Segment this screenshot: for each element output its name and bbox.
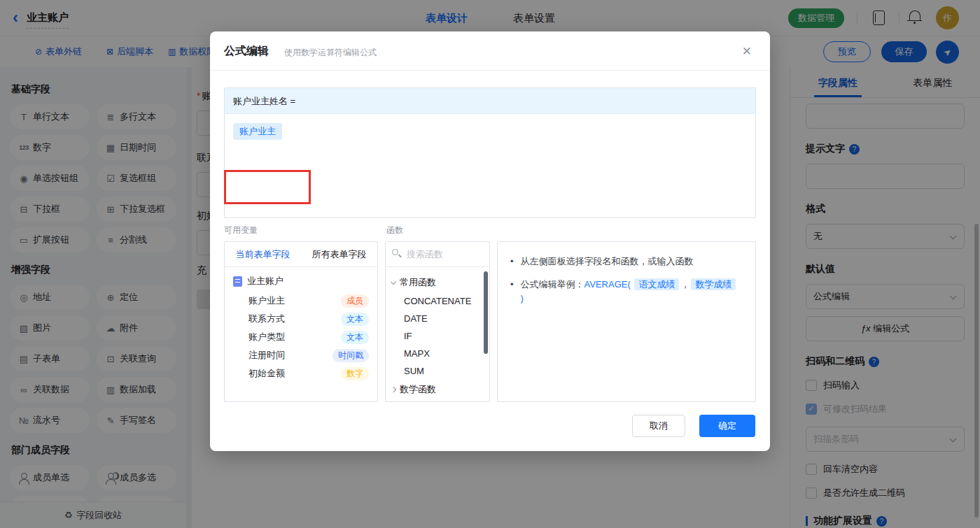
close-icon[interactable]: ✕	[742, 44, 752, 59]
variables-panel: 当前表单字段 所有表单字段 业主账户 账户业主成员 联系方式文本 账户类型文本 …	[224, 241, 378, 402]
function-item[interactable]: IF	[386, 327, 489, 345]
function-example: AVERAGE(	[584, 279, 631, 290]
example-field-chip: 数学成绩	[691, 278, 736, 290]
help-panel: •从左侧面板选择字段名和函数，或输入函数 •公式编辑举例：AVERAGE( 语文…	[497, 241, 756, 402]
type-badge: 文本	[341, 331, 369, 344]
tab-all-form-fields[interactable]: 所有表单字段	[301, 242, 377, 266]
type-badge: 成员	[341, 294, 369, 308]
cancel-button[interactable]: 取消	[632, 415, 685, 437]
formula-target-bar: 账户业主姓名 =	[225, 88, 755, 114]
group-text-functions[interactable]: 文本函数	[386, 399, 489, 402]
type-badge: 时间戳	[332, 349, 369, 362]
function-item[interactable]: DATE	[386, 310, 489, 327]
chevron-closed-icon	[391, 387, 396, 392]
modal-title: 公式编辑	[224, 44, 269, 59]
variable-row[interactable]: 联系方式文本	[233, 310, 369, 328]
formula-editor-modal: 公式编辑 使用数学运算符编辑公式 ✕ 账户业主姓名 = 账户业主 可用变量 函数…	[210, 31, 770, 451]
modal-subtitle: 使用数学运算符编辑公式	[284, 47, 377, 59]
variable-row[interactable]: 账户类型文本	[233, 328, 369, 346]
variable-row[interactable]: 注册时间时间戳	[233, 346, 369, 364]
formula-editor-box[interactable]: 账户业主姓名 = 账户业主	[224, 87, 756, 218]
function-item[interactable]: CONCATENATE	[386, 292, 489, 310]
help-line-1: •从左侧面板选择字段名和函数，或输入函数	[510, 255, 743, 269]
function-search	[386, 242, 489, 267]
variable-row[interactable]: 账户业主成员	[233, 292, 369, 310]
function-item[interactable]: MAPX	[386, 345, 489, 362]
variables-label: 可用变量	[224, 224, 258, 236]
variable-row[interactable]: 初始金额数字	[233, 364, 369, 383]
scrollbar-thumb[interactable]	[484, 271, 488, 354]
group-common-functions[interactable]: 常用函数	[386, 273, 489, 292]
search-icon	[392, 249, 398, 255]
example-field-chip: 语文成绩	[634, 278, 679, 290]
modal-header: 公式编辑 使用数学运算符编辑公式 ✕	[210, 31, 770, 71]
functions-panel: 常用函数 CONCATENATE DATE IF MAPX SUM 数学函数 文…	[385, 241, 490, 402]
type-badge: 数字	[341, 367, 369, 380]
help-line-2: •公式编辑举例：AVERAGE( 语文成绩，数学成绩 )	[510, 278, 743, 306]
functions-label: 函数	[386, 224, 403, 236]
variables-tabs: 当前表单字段 所有表单字段	[225, 242, 377, 267]
function-list: 常用函数 CONCATENATE DATE IF MAPX SUM 数学函数 文…	[386, 267, 489, 402]
function-item[interactable]: SUM	[386, 362, 489, 380]
formula-field-chip[interactable]: 账户业主	[233, 123, 282, 140]
group-math-functions[interactable]: 数学函数	[386, 380, 489, 399]
form-icon	[233, 276, 242, 287]
chevron-open-icon	[391, 278, 396, 284]
tab-current-form-fields[interactable]: 当前表单字段	[225, 242, 301, 266]
variables-tree: 业主账户 账户业主成员 联系方式文本 账户类型文本 注册时间时间戳 初始金额数字	[225, 267, 377, 390]
app-root: *账户业主 联系方式 初始金额 充 ‹ 业主账户 表单设计 表单设置 数据管理 …	[0, 0, 980, 528]
red-annotation-rectangle	[224, 170, 311, 204]
type-badge: 文本	[341, 313, 369, 326]
form-node[interactable]: 业主账户	[233, 275, 369, 287]
confirm-button[interactable]: 确定	[699, 415, 755, 437]
function-search-input[interactable]	[386, 242, 489, 266]
